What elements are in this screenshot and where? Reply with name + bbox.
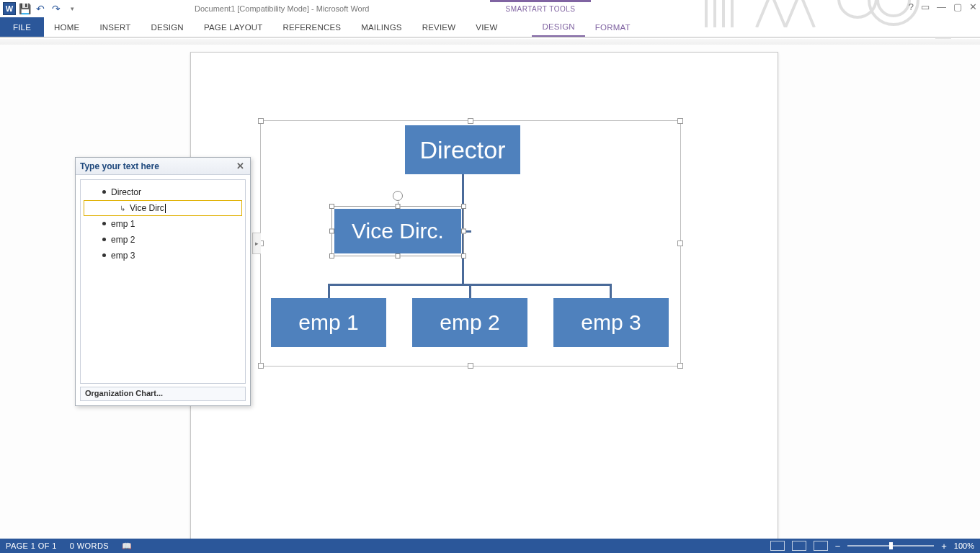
textpane-footer[interactable]: Organization Chart... [80,387,246,401]
smartart-object[interactable]: ▸ Director Vice Dirc. emp 1 emp 2 emp 3 [260,120,681,367]
word-app-icon[interactable]: W [3,2,16,15]
list-item[interactable]: emp 3 [84,248,242,264]
connector [328,284,330,300]
view-read-icon[interactable] [770,541,785,551]
close-icon[interactable]: ✕ [969,1,977,12]
textpane-body[interactable]: Director ↳Vice Dirc emp 1 emp 2 emp 3 [80,179,246,384]
zoom-slider[interactable] [847,545,934,547]
undo-icon[interactable]: ↶ [33,1,48,16]
quick-access-toolbar: W 💾 ↶ ↷ ▾ [0,1,79,16]
tab-file[interactable]: FILE [0,17,44,37]
tab-smartart-format[interactable]: FORMAT [585,17,641,37]
list-item-selected[interactable]: ↳Vice Dirc [84,200,242,216]
title-bar: W 💾 ↶ ↷ ▾ Document1 [Compatibility Mode]… [0,0,980,17]
document-workspace[interactable]: ▸ Director Vice Dirc. emp 1 emp 2 emp 3 [0,39,980,539]
connector [610,284,612,300]
zoom-level[interactable]: 100% [954,541,974,550]
save-icon[interactable]: 💾 [17,1,32,16]
view-web-icon[interactable] [814,541,828,551]
smartart-text-pane[interactable]: Type your text here ✕ Director ↳Vice Dir… [75,157,251,406]
tab-view[interactable]: VIEW [466,17,507,37]
tab-references[interactable]: REFERENCES [273,17,352,37]
status-page[interactable]: PAGE 1 OF 1 [6,541,57,550]
textpane-toggle-icon[interactable]: ▸ [252,233,261,254]
view-print-icon[interactable] [792,541,806,551]
qat-customize-icon[interactable]: ▾ [65,1,79,16]
node-director[interactable]: Director [405,125,520,174]
rotate-handle-icon[interactable] [393,191,403,201]
page[interactable]: ▸ Director Vice Dirc. emp 1 emp 2 emp 3 [190,52,778,539]
window-controls: ? ▭ — ▢ ✕ [909,1,977,12]
textpane-title: Type your text here [80,161,159,171]
status-words[interactable]: 0 WORDS [70,541,109,550]
minimize-icon[interactable]: — [937,1,946,12]
zoom-in-icon[interactable]: + [941,541,947,552]
contextual-tab-smartart: SMARTART TOOLS [490,0,591,17]
tab-review[interactable]: REVIEW [412,17,466,37]
tab-design[interactable]: DESIGN [141,17,194,37]
textpane-header[interactable]: Type your text here ✕ [76,158,250,175]
list-item[interactable]: emp 2 [84,232,242,248]
tab-mailings[interactable]: MAILINGS [351,17,412,37]
help-icon[interactable]: ? [909,1,914,12]
tab-home[interactable]: HOME [44,17,89,37]
tab-insert[interactable]: INSERT [89,17,141,37]
svg-point-1 [878,0,909,16]
connector [469,284,471,300]
status-bar: PAGE 1 OF 1 0 WORDS 📖 − + 100% [0,539,980,553]
maximize-icon[interactable]: ▢ [953,1,962,12]
proofing-icon[interactable]: 📖 [122,541,132,551]
ribbon-options-icon[interactable]: ▭ [921,1,930,12]
tab-smartart-design[interactable]: DESIGN [532,17,584,37]
tab-page-layout[interactable]: PAGE LAYOUT [194,17,273,37]
node-emp2[interactable]: emp 2 [412,298,527,347]
node-emp1[interactable]: emp 1 [271,298,386,347]
redo-icon[interactable]: ↷ [49,1,63,16]
zoom-out-icon[interactable]: − [835,541,841,552]
list-item[interactable]: emp 1 [84,216,242,232]
node-emp3[interactable]: emp 3 [553,298,669,347]
svg-point-2 [839,0,876,17]
ribbon-tabs: FILE HOME INSERT DESIGN PAGE LAYOUT REFE… [0,17,980,37]
document-title: Document1 [Compatibility Mode] - Microso… [195,4,370,13]
close-icon[interactable]: ✕ [234,161,246,171]
list-item[interactable]: Director [84,184,242,200]
shape-selection[interactable] [331,206,464,256]
